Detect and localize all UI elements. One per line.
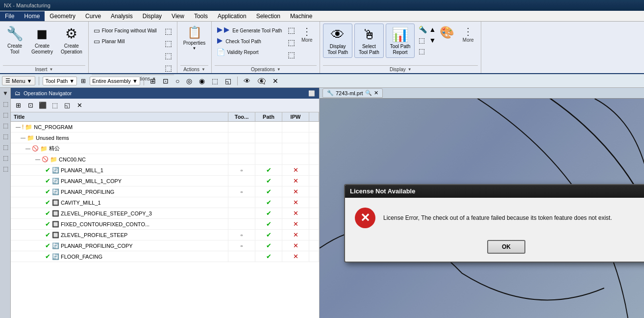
- ops-icon-3[interactable]: ⬚: [288, 50, 295, 59]
- sidebar-icon-7[interactable]: ⬚: [0, 153, 11, 163]
- viewport-tab-search[interactable]: 🔍: [365, 90, 372, 96]
- tree-row[interactable]: ✔ 🔄 FLOOR_FACING ✔ ✕: [11, 251, 319, 262]
- tree-row[interactable]: ✔ 🔄 PLANAR_MILL_1_COPY ✔ ✕: [11, 176, 319, 186]
- create-tool-button[interactable]: 🔧 CreateTool: [3, 24, 26, 57]
- display-arrow-up[interactable]: ▲: [429, 26, 436, 33]
- tree-row[interactable]: — 🚫 📁 精公: [11, 143, 319, 154]
- tree-row[interactable]: ✔ 🔄 PLANAR_MILL_1 ▫ ✔ ✕: [11, 165, 319, 176]
- jinggong-expand-icon[interactable]: —: [25, 146, 30, 151]
- view-icon-6[interactable]: ⬚: [209, 76, 221, 86]
- nc-expand-icon[interactable]: —: [16, 124, 21, 130]
- display-dropdown-arrow[interactable]: ▼: [408, 67, 412, 72]
- nav-tool-btn-4[interactable]: ⬚: [50, 100, 60, 111]
- extra-icon-3[interactable]: ⬚: [163, 50, 174, 61]
- extra-icon-4[interactable]: ⬚: [163, 62, 174, 74]
- operations-dropdown-arrow[interactable]: ▼: [277, 67, 281, 72]
- create-geometry-button[interactable]: ◼ CreateGeometry: [28, 24, 56, 57]
- view-icon-2[interactable]: ⊡: [160, 76, 171, 86]
- view-icon-4[interactable]: ◎: [184, 76, 195, 86]
- menu-view[interactable]: View: [167, 11, 189, 21]
- nav-tool-btn-2[interactable]: ⊡: [25, 100, 36, 111]
- display-icon-1[interactable]: 🔦: [419, 26, 427, 33]
- viewport-tab-close[interactable]: ✕: [374, 90, 378, 96]
- unused-expand-icon[interactable]: —: [21, 135, 25, 140]
- tree-row[interactable]: ✔ 🔄 PLANAR_PROFILING ▫ ✔ ✕: [11, 186, 319, 197]
- menu-tools[interactable]: Tools: [189, 11, 213, 21]
- display-icon-3[interactable]: ⬚: [419, 47, 427, 55]
- nav-tool-btn-5[interactable]: ◱: [62, 100, 73, 111]
- tree-row[interactable]: — ! 📁 NC_PROGRAM: [11, 122, 319, 132]
- display-more-button[interactable]: ⋮ More: [458, 24, 478, 45]
- generate-tool-path-button[interactable]: ⯈⯈ Ee Generate Tool Path: [215, 26, 284, 35]
- sidebar-icon-2[interactable]: ⬚: [0, 99, 11, 109]
- dialog-ok-button[interactable]: OK: [487, 240, 525, 254]
- nav-tool-btn-1[interactable]: ⊞: [13, 100, 24, 111]
- jinggong-cell: — 🚫 📁 精公: [11, 143, 228, 154]
- menu-button[interactable]: ☰ Menu ▼: [2, 76, 35, 85]
- display-icon-2[interactable]: ⬚: [419, 36, 427, 44]
- tree-row[interactable]: ✔ 🔲 CAVITY_MILL_1 ✔ ✕: [11, 197, 319, 208]
- path-filter-icon[interactable]: ⊞: [79, 77, 88, 85]
- extra-icon-2[interactable]: ⬚: [163, 38, 174, 49]
- tree-row[interactable]: — 📁 Unused Items: [11, 132, 319, 143]
- check-tool-path-button[interactable]: ⯈ Check Tool Path: [215, 36, 284, 46]
- tool-path-report-button[interactable]: 📊 Tool PathReport: [386, 24, 415, 58]
- ops-icon-1[interactable]: ⬚: [288, 26, 295, 35]
- menu-analysis[interactable]: Analysis: [106, 11, 138, 21]
- path-dropdown[interactable]: Tool Path ▼: [43, 77, 77, 85]
- extra-icon-1[interactable]: ⬚: [163, 26, 174, 37]
- menu-home[interactable]: Home: [19, 11, 45, 21]
- display-arrow-down[interactable]: ▼: [429, 36, 436, 44]
- create-operation-icon: ⚙: [65, 26, 77, 42]
- ops-icon-2[interactable]: ⬚: [288, 38, 295, 47]
- menu-geometry[interactable]: Geometry: [45, 11, 80, 21]
- properties-button[interactable]: 📋 Properties ▼: [180, 24, 209, 53]
- display-color-wheel[interactable]: 🎨: [438, 24, 456, 41]
- tree-row[interactable]: ✔ 🔲 ZLEVEL_PROFILE_STEEP_COPY_3 ✔ ✕: [11, 208, 319, 219]
- viewport-tab-item[interactable]: 🔧 7243-ml.prt 🔍 ✕: [322, 88, 383, 98]
- sidebar-icon-3[interactable]: ⬚: [0, 109, 11, 120]
- planar-prof-copy-ipw-cross: ✕: [293, 242, 298, 249]
- view-icon-3[interactable]: ○: [173, 76, 182, 86]
- assembly-dropdown[interactable]: Entire Assembly ▼: [90, 77, 140, 85]
- operations-more-button[interactable]: ⋮ More: [297, 24, 317, 45]
- tree-row[interactable]: ✔ 🔄 PLANAR_PROFILING_COPY ▫ ✔ ✕: [11, 240, 319, 251]
- actions-dropdown-arrow[interactable]: ▼: [201, 67, 205, 72]
- planar-prof-label: PLANAR_PROFILING: [61, 189, 114, 195]
- cnc00-expand-icon[interactable]: —: [35, 157, 40, 162]
- view-icon-8[interactable]: 👁: [241, 76, 253, 86]
- floor-facing-label: Floor Facing without Wall: [102, 28, 157, 33]
- tree-row[interactable]: ✔ 🔲 FIXED_CONTOURFIXED_CONTO... ✔ ✕: [11, 219, 319, 230]
- nav-tool-btn-3[interactable]: ⬛: [37, 100, 48, 111]
- menu-selection[interactable]: Selection: [251, 11, 285, 21]
- nav-tool-btn-6[interactable]: ✕: [74, 100, 85, 111]
- col-tool: Too...: [228, 112, 255, 121]
- view-icon-5[interactable]: ◉: [197, 76, 207, 86]
- planar-mill-button[interactable]: ▭ Planar Mill: [92, 36, 159, 46]
- sidebar-icon-6[interactable]: ⬚: [0, 142, 11, 153]
- insert-dropdown-arrow[interactable]: ▼: [49, 67, 53, 72]
- sidebar-icon-4[interactable]: ⬚: [0, 120, 11, 131]
- create-operation-button[interactable]: ⚙ CreateOperation: [58, 24, 85, 57]
- tree-row[interactable]: ✔ 🔲 ZLEVEL_PROFILE_STEEP ▫ ✔ ✕: [11, 230, 319, 240]
- view-icon-7[interactable]: ◱: [223, 76, 234, 86]
- menu-file[interactable]: File: [0, 11, 19, 21]
- validity-report-button[interactable]: 📄 Validity Report: [215, 47, 284, 57]
- menu-curve[interactable]: Curve: [80, 11, 106, 21]
- nav-panel-maximize[interactable]: ⬜: [308, 90, 315, 97]
- sidebar-icon-1[interactable]: ▼: [0, 88, 11, 99]
- tree-row[interactable]: — 🚫 📁 CNC00.NC: [11, 154, 319, 165]
- display-tool-path-button[interactable]: 👁 DisplayTool Path: [323, 24, 352, 58]
- sidebar-icon-8[interactable]: ⬚: [0, 163, 11, 174]
- view-icon-1[interactable]: ⊞: [148, 76, 158, 86]
- view-icon-10[interactable]: ✕: [270, 76, 281, 86]
- menu-machine[interactable]: Machine: [285, 11, 317, 21]
- view-icon-9[interactable]: 👁‍🗨: [255, 76, 268, 86]
- planar1-op-icon: 🔄: [52, 167, 59, 174]
- menu-display[interactable]: Display: [138, 11, 167, 21]
- properties-arrow[interactable]: ▼: [193, 46, 197, 51]
- floor-facing-button[interactable]: ▭ Floor Facing without Wall: [92, 26, 159, 35]
- sidebar-icon-5[interactable]: ⬚: [0, 131, 11, 142]
- select-tool-path-button[interactable]: 🖱 SelectTool Path: [354, 24, 384, 58]
- menu-application[interactable]: Application: [213, 11, 251, 21]
